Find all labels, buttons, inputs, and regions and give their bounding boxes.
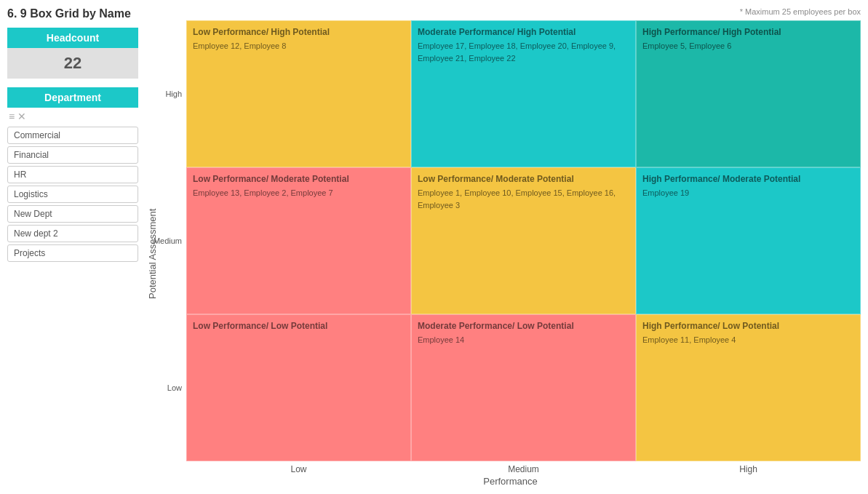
- x-axis-labels: Low Medium High: [186, 464, 861, 474]
- cell-high-low[interactable]: Low Performance/ High Potential Employee…: [186, 20, 411, 167]
- grid-row-low: Low Performance/ Low Potential Moderate …: [186, 314, 861, 461]
- cell-low-high-title: High Performance/ Low Potential: [642, 321, 854, 331]
- cell-mid-mid-title: Low Performance/ Moderate Potential: [418, 174, 629, 184]
- cell-high-mid-title: Moderate Performance/ High Potential: [418, 27, 629, 37]
- y-axis-label: Potential Assessment: [146, 20, 160, 487]
- cell-low-low[interactable]: Low Performance/ Low Potential: [186, 314, 411, 461]
- cell-low-high-employees: Employee 11, Employee 4: [642, 334, 854, 346]
- cell-mid-high-employees: Employee 19: [642, 187, 854, 199]
- cell-high-low-employees: Employee 12, Employee 8: [193, 40, 405, 52]
- grid-area: Potential Assessment High Medium Low: [146, 20, 861, 487]
- cell-high-high[interactable]: High Performance/ High Potential Employe…: [636, 20, 861, 167]
- dept-item-projects[interactable]: Projects: [7, 244, 138, 262]
- cell-high-mid[interactable]: Moderate Performance/ High Potential Emp…: [411, 20, 636, 167]
- sidebar: 6. 9 Box Grid by Name Headcount 22 Depar…: [7, 7, 138, 487]
- x-label-high: High: [636, 464, 861, 474]
- department-list: Commercial Financial HR Logistics New De…: [7, 127, 138, 262]
- x-label-medium: Medium: [411, 464, 636, 474]
- cell-high-high-employees: Employee 5, Employee 6: [642, 40, 854, 52]
- cell-mid-high-title: High Performance/ Moderate Potential: [642, 174, 854, 184]
- x-label-low: Low: [186, 464, 411, 474]
- dept-item-hr[interactable]: HR: [7, 166, 138, 183]
- cell-mid-low-title: Low Performance/ Moderate Potential: [193, 174, 405, 184]
- department-section: Department ≡ ✕ Commercial Financial HR L…: [7, 87, 138, 262]
- dept-item-financial[interactable]: Financial: [7, 146, 138, 164]
- cell-low-mid[interactable]: Moderate Performance/ Low Potential Empl…: [411, 314, 636, 461]
- x-axis-title: Performance: [160, 476, 861, 487]
- headcount-section: Headcount 22: [7, 28, 138, 79]
- cell-low-mid-title: Moderate Performance/ Low Potential: [418, 321, 629, 331]
- top-bar: * Maximum 25 employees per box: [146, 7, 861, 16]
- grid-row-mid: Low Performance/ Moderate Potential Empl…: [186, 167, 861, 314]
- dept-item-commercial[interactable]: Commercial: [7, 127, 138, 144]
- headcount-label: Headcount: [7, 28, 138, 48]
- headcount-value: 22: [7, 48, 138, 79]
- cell-mid-mid[interactable]: Low Performance/ Moderate Potential Empl…: [411, 167, 636, 314]
- cell-low-low-title: Low Performance/ Low Potential: [193, 321, 405, 331]
- cell-mid-low-employees: Employee 13, Employee 2, Employee 7: [193, 187, 405, 199]
- page-title: 6. 9 Box Grid by Name: [7, 7, 138, 20]
- y-tick-medium: Medium: [160, 167, 182, 314]
- cell-low-mid-employees: Employee 14: [418, 334, 629, 346]
- cell-mid-mid-employees: Employee 1, Employee 10, Employee 15, Em…: [418, 187, 629, 211]
- cell-high-low-title: Low Performance/ High Potential: [193, 27, 405, 37]
- dept-item-new-dept[interactable]: New Dept: [7, 205, 138, 223]
- cell-mid-high[interactable]: High Performance/ Moderate Potential Emp…: [636, 167, 861, 314]
- cell-low-high[interactable]: High Performance/ Low Potential Employee…: [636, 314, 861, 461]
- y-tick-labels: High Medium Low: [160, 20, 186, 461]
- grid-with-labels: High Medium Low Low Performance/ High Po…: [160, 20, 861, 487]
- clear-filter-icon[interactable]: ✕: [17, 111, 26, 122]
- department-label: Department: [7, 87, 138, 108]
- grid-row-high: Low Performance/ High Potential Employee…: [186, 20, 861, 167]
- dept-item-new-dept2[interactable]: New dept 2: [7, 225, 138, 242]
- dept-item-logistics[interactable]: Logistics: [7, 186, 138, 203]
- dept-controls: ≡ ✕: [7, 111, 138, 122]
- cell-high-high-title: High Performance/ High Potential: [642, 27, 854, 37]
- cell-high-mid-employees: Employee 17, Employee 18, Employee 20, E…: [418, 40, 629, 64]
- filter-icon[interactable]: ≡: [9, 111, 15, 122]
- y-tick-low: Low: [160, 314, 182, 461]
- grid-main: Low Performance/ High Potential Employee…: [186, 20, 861, 461]
- main-content: * Maximum 25 employees per box Potential…: [146, 7, 861, 487]
- max-note: * Maximum 25 employees per box: [740, 7, 861, 16]
- cell-mid-low[interactable]: Low Performance/ Moderate Potential Empl…: [186, 167, 411, 314]
- y-tick-high: High: [160, 20, 182, 167]
- grid-rows-and-ylabels: High Medium Low Low Performance/ High Po…: [160, 20, 861, 461]
